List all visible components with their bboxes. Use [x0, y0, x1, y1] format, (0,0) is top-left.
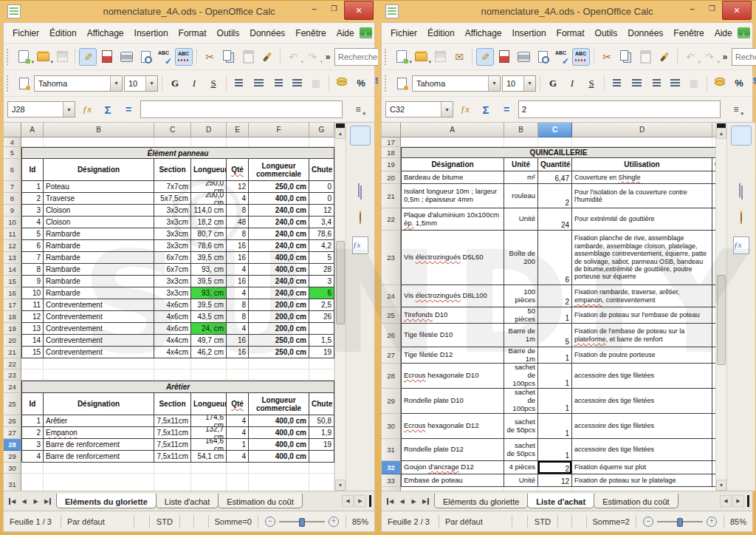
name-box-dropdown-icon[interactable]: [441, 102, 453, 117]
section-header-24[interactable]: Arêtier: [21, 381, 334, 393]
cell-D27[interactable]: Fixation de poutre porteuse: [572, 347, 712, 364]
auto-spellcheck-icon[interactable]: [572, 48, 590, 66]
equals-icon[interactable]: [120, 100, 137, 118]
cell-G30[interactable]: [309, 463, 334, 474]
cell-D8[interactable]: 200,0 cm: [191, 193, 227, 205]
cell-C29[interactable]: 1: [538, 389, 572, 414]
next-sheet-icon[interactable]: [30, 495, 41, 507]
italic-icon[interactable]: I: [563, 75, 581, 92]
undo-icon[interactable]: [681, 48, 699, 66]
menu-outils[interactable]: Outils: [590, 26, 623, 41]
sheet-tab-estimation-du-cou-t[interactable]: Estimation du coût: [594, 494, 678, 508]
cell-G31[interactable]: [309, 474, 334, 491]
column-header-C[interactable]: C: [154, 123, 191, 137]
functions-panel-button[interactable]: [731, 235, 752, 255]
section-header-18[interactable]: QUINCAILLERIE: [401, 147, 715, 158]
cell-B22[interactable]: [44, 358, 154, 369]
paste-icon[interactable]: [636, 48, 654, 66]
menu-donnees[interactable]: Données: [244, 26, 290, 41]
cell-E30[interactable]: [227, 463, 249, 474]
italic-icon[interactable]: I: [185, 75, 203, 92]
align-justify-icon[interactable]: [666, 75, 684, 92]
zoom-out-icon[interactable]: [265, 517, 275, 527]
toolbar-grip[interactable]: [7, 75, 11, 92]
cell-D32[interactable]: Fixation équerre sur plot: [572, 461, 712, 474]
menu-aide[interactable]: Aide: [709, 26, 738, 41]
scroll-down-icon[interactable]: [716, 480, 726, 491]
scroll-track[interactable]: [716, 139, 726, 480]
cell-G18[interactable]: 26: [309, 311, 334, 323]
format-paintbrush-icon[interactable]: [656, 48, 673, 66]
cell-C14[interactable]: 6x7cm: [154, 264, 191, 276]
cell-E6[interactable]: Qté: [227, 159, 249, 181]
cell-C4[interactable]: [154, 137, 191, 147]
font-name-dropdown-icon[interactable]: [110, 76, 122, 91]
prev-sheet-icon[interactable]: [396, 495, 408, 507]
cell-E27[interactable]: 4: [227, 427, 249, 439]
zoom-out-icon[interactable]: [643, 517, 653, 527]
cell-C20[interactable]: 6,47: [538, 171, 572, 184]
cell-A21[interactable]: 15: [21, 347, 44, 358]
cell-C31[interactable]: [154, 474, 191, 491]
sheet-scroll-right-icon[interactable]: [732, 495, 744, 507]
cell-E15[interactable]: 16: [227, 276, 249, 287]
cell-C26[interactable]: 7,5x11cm: [154, 415, 191, 427]
cell-C16[interactable]: 3x3cm: [154, 287, 191, 299]
cell-D11[interactable]: 80,7 cm: [191, 228, 227, 240]
formula-input[interactable]: [518, 100, 721, 118]
cell-F26[interactable]: 400,0 cm: [249, 415, 309, 427]
cell-F23[interactable]: [249, 369, 309, 381]
cell-G27[interactable]: 1,9: [309, 427, 334, 439]
print-icon[interactable]: [117, 48, 135, 66]
sheet-tab-ele-ments-du-gloriette[interactable]: Eléments du gloriette: [56, 494, 157, 508]
cell-B20[interactable]: m²: [504, 171, 538, 184]
first-sheet-icon[interactable]: [385, 495, 396, 507]
cell-D15[interactable]: 39,5 cm: [191, 276, 227, 287]
cell-B29[interactable]: Barre de renforcement: [44, 451, 154, 463]
zoom-in-icon[interactable]: [329, 517, 339, 527]
page-preview-icon[interactable]: [137, 48, 154, 66]
cell-E17[interactable]: 8: [227, 299, 249, 311]
cell-E29[interactable]: 4: [227, 451, 249, 463]
cell-A16[interactable]: 10: [21, 287, 44, 299]
minimize-button[interactable]: [682, 1, 702, 16]
cell-F30[interactable]: [249, 463, 309, 474]
row-header-13[interactable]: 13: [4, 252, 21, 264]
cell-A21[interactable]: Isolant longueur 10m ; largeur 0,5m ; ép…: [401, 184, 504, 208]
row-header-22[interactable]: 22: [382, 208, 401, 231]
column-header-A[interactable]: A: [21, 123, 44, 137]
cell-C25[interactable]: 1: [538, 307, 572, 324]
cell-F4[interactable]: [249, 137, 309, 147]
sheet-scroll-left-icon[interactable]: [720, 495, 732, 507]
cell-B17[interactable]: Contreventement: [44, 299, 154, 311]
cell-B7[interactable]: Poteau: [44, 181, 154, 193]
cell-G25[interactable]: Chute: [309, 393, 334, 415]
cell-A33[interactable]: Embase de poteau: [401, 474, 504, 487]
cell-E16[interactable]: 4: [227, 287, 249, 299]
cell-C18[interactable]: 4x6cm: [154, 311, 191, 323]
toolbar-overflow-icon[interactable]: [720, 48, 730, 66]
cell-C33[interactable]: 12: [538, 474, 572, 487]
cell-A31[interactable]: Rondelle plate D12: [401, 439, 504, 461]
menu-insertion[interactable]: Insertion: [129, 26, 173, 41]
cell-G12[interactable]: 4,2: [309, 240, 334, 252]
cell-C13[interactable]: 6x7cm: [154, 252, 191, 264]
cell-F27[interactable]: 400,0 cm: [249, 427, 309, 439]
cell-C30[interactable]: [154, 463, 191, 474]
zoom-thumb[interactable]: [299, 518, 305, 527]
column-header-E[interactable]: E: [227, 123, 249, 137]
cell-G17[interactable]: 2,5: [309, 299, 334, 311]
cell-F6[interactable]: Longueur commerciale: [249, 159, 309, 181]
cell-D23[interactable]: [191, 369, 227, 381]
name-box[interactable]: J28: [7, 101, 75, 117]
menu-fichier[interactable]: Fichier: [7, 26, 44, 41]
cell-A27[interactable]: Tige filetée D12: [401, 347, 504, 364]
minimize-button[interactable]: [304, 1, 324, 16]
font-size-dropdown-icon[interactable]: [145, 76, 157, 91]
cell-B16[interactable]: Rambarde: [44, 287, 154, 299]
row-header-30[interactable]: 30: [4, 463, 21, 474]
cell-D16[interactable]: 93, cm: [191, 287, 227, 299]
align-center-icon[interactable]: [250, 75, 267, 92]
cell-B4[interactable]: [44, 137, 154, 147]
cell-B25[interactable]: Désignation: [44, 393, 154, 415]
